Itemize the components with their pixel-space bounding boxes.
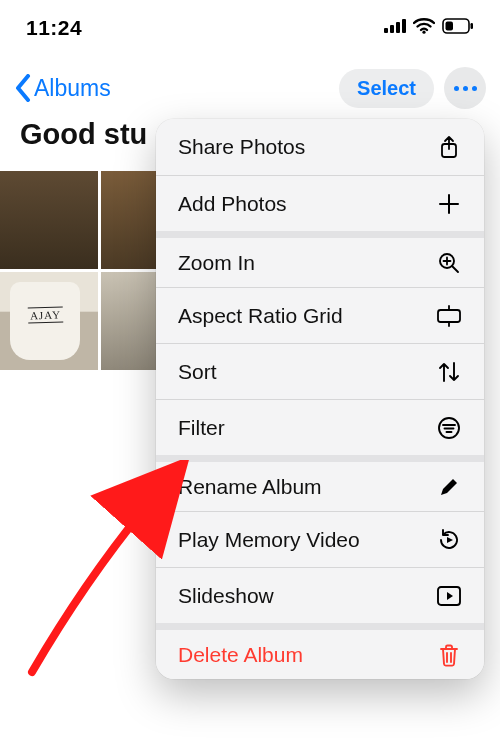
svg-rect-6 — [446, 22, 454, 31]
status-indicators — [384, 18, 474, 38]
svg-rect-0 — [384, 28, 388, 33]
status-bar: 11:24 — [0, 0, 500, 56]
aspect-ratio-icon — [436, 303, 462, 329]
wifi-icon — [413, 18, 435, 38]
menu-item-delete-album[interactable]: Delete Album — [156, 623, 484, 679]
nav-bar: Albums Select — [0, 64, 500, 112]
menu-item-label: Filter — [178, 416, 225, 440]
menu-item-label: Zoom In — [178, 251, 255, 275]
battery-icon — [442, 18, 474, 38]
trash-icon — [436, 642, 462, 668]
pencil-icon — [436, 474, 462, 500]
photo-grid — [0, 171, 160, 370]
menu-item-rename-album[interactable]: Rename Album — [156, 455, 484, 511]
menu-item-share-photos[interactable]: Share Photos — [156, 119, 484, 175]
menu-item-zoom-in[interactable]: Zoom In — [156, 231, 484, 287]
menu-item-slideshow[interactable]: Slideshow — [156, 567, 484, 623]
select-label: Select — [357, 77, 416, 99]
share-icon — [436, 134, 462, 160]
cellular-icon — [384, 19, 406, 37]
svg-rect-10 — [438, 310, 460, 322]
menu-item-label: Add Photos — [178, 192, 287, 216]
photo-handwriting: AJAY — [28, 306, 64, 323]
svg-rect-7 — [471, 23, 474, 29]
menu-item-label: Slideshow — [178, 584, 274, 608]
menu-item-label: Delete Album — [178, 643, 303, 667]
photo-thumbnail[interactable] — [101, 171, 159, 269]
menu-item-label: Aspect Ratio Grid — [178, 304, 343, 328]
context-menu: Share Photos Add Photos Zoom In Aspect R… — [156, 119, 484, 679]
svg-rect-2 — [396, 22, 400, 33]
album-title: Good stu — [20, 118, 147, 151]
menu-item-label: Sort — [178, 360, 217, 384]
photo-thumbnail[interactable] — [0, 171, 98, 269]
status-time: 11:24 — [26, 16, 82, 40]
memory-icon — [436, 527, 462, 553]
plus-icon — [436, 191, 462, 217]
menu-item-sort[interactable]: Sort — [156, 343, 484, 399]
filter-icon — [436, 415, 462, 441]
ellipsis-icon — [454, 86, 477, 91]
menu-item-label: Share Photos — [178, 135, 305, 159]
menu-item-play-memory-video[interactable]: Play Memory Video — [156, 511, 484, 567]
svg-point-4 — [422, 31, 425, 34]
menu-item-label: Play Memory Video — [178, 528, 360, 552]
more-button[interactable] — [444, 67, 486, 109]
menu-item-aspect-ratio-grid[interactable]: Aspect Ratio Grid — [156, 287, 484, 343]
slideshow-icon — [436, 583, 462, 609]
menu-item-label: Rename Album — [178, 475, 322, 499]
chevron-left-icon — [14, 74, 32, 102]
photo-thumbnail[interactable] — [101, 272, 159, 370]
select-button[interactable]: Select — [339, 69, 434, 108]
svg-rect-1 — [390, 25, 394, 33]
menu-item-add-photos[interactable]: Add Photos — [156, 175, 484, 231]
screen: 11:24 Albums Select Good — [0, 0, 500, 743]
svg-rect-3 — [402, 19, 406, 33]
back-label: Albums — [34, 75, 111, 102]
back-button[interactable]: Albums — [14, 74, 111, 102]
zoom-in-icon — [436, 250, 462, 276]
sort-icon — [436, 359, 462, 385]
menu-item-filter[interactable]: Filter — [156, 399, 484, 455]
